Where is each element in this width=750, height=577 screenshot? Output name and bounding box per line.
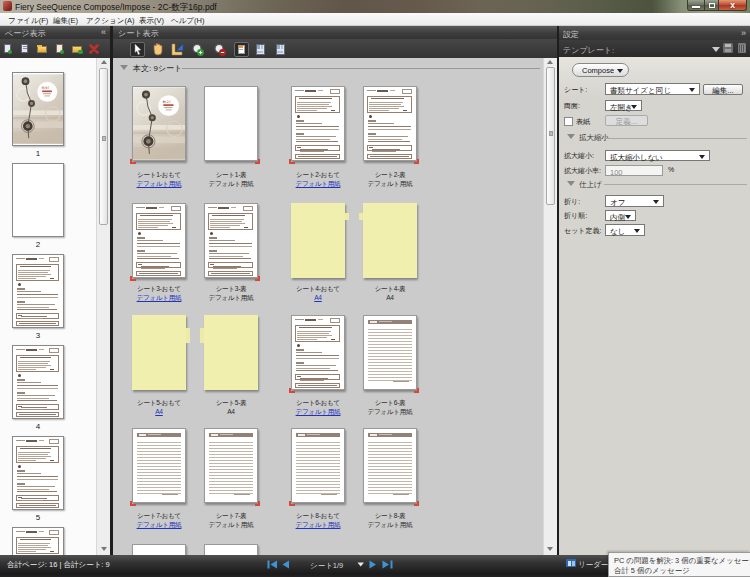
svg-text:数学I: 数学I bbox=[162, 100, 171, 104]
svg-text:数学I: 数学I bbox=[42, 86, 49, 90]
